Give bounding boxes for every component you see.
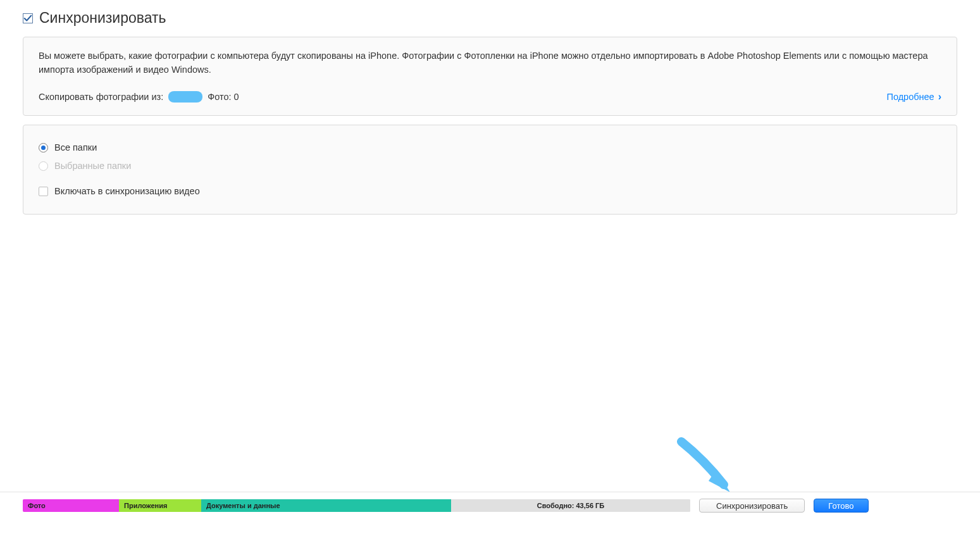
selected-folders-option: Выбранные папки: [39, 159, 941, 173]
photos-count-label: Фото: 0: [208, 90, 239, 104]
source-dropdown-redacted[interactable]: [168, 91, 202, 103]
storage-seg-apps-label: Приложения: [124, 502, 167, 509]
description-panel: Вы можете выбрать, какие фотографии с ко…: [23, 37, 957, 116]
storage-seg-free: Свободно: 43,56 ГБ: [451, 499, 690, 512]
bottom-bar: Фото Приложения Документы и данные Свобо…: [0, 492, 980, 519]
sync-button[interactable]: Синхронизировать: [699, 499, 805, 513]
title-row: Синхронизировать: [23, 9, 957, 27]
storage-seg-photo-label: Фото: [28, 502, 46, 509]
include-video-label: Включать в синхронизацию видео: [54, 184, 200, 198]
checkmark-icon: [23, 14, 32, 23]
all-folders-option[interactable]: Все папки: [39, 140, 941, 154]
done-button[interactable]: Готово: [814, 499, 868, 513]
storage-seg-docs-label: Документы и данные: [206, 502, 280, 509]
learn-more-label: Подробнее: [886, 90, 934, 104]
storage-bar: Фото Приложения Документы и данные Свобо…: [23, 499, 690, 512]
description-text: Вы можете выбрать, какие фотографии с ко…: [39, 49, 941, 77]
storage-seg-photo[interactable]: Фото: [23, 499, 119, 512]
page-title: Синхронизировать: [39, 9, 166, 27]
options-panel: Все папки Выбранные папки Включать в син…: [23, 125, 957, 214]
all-folders-label: Все папки: [54, 140, 97, 154]
source-row: Скопировать фотографии из: Фото: 0: [39, 90, 941, 104]
chevron-right-icon: ›: [938, 92, 941, 102]
storage-seg-free-label: Свободно: 43,56 ГБ: [537, 502, 604, 509]
source-label: Скопировать фотографии из:: [39, 90, 163, 104]
sync-checkbox[interactable]: [23, 13, 33, 23]
include-video-checkbox[interactable]: [39, 187, 48, 196]
radio-selected-folders: [39, 161, 48, 171]
storage-seg-apps[interactable]: Приложения: [119, 499, 201, 512]
radio-all-folders[interactable]: [39, 143, 48, 152]
storage-seg-docs[interactable]: Документы и данные: [201, 499, 451, 512]
selected-folders-label: Выбранные папки: [54, 159, 131, 173]
learn-more-link[interactable]: Подробнее ›: [886, 90, 941, 104]
include-video-option[interactable]: Включать в синхронизацию видео: [39, 184, 941, 198]
